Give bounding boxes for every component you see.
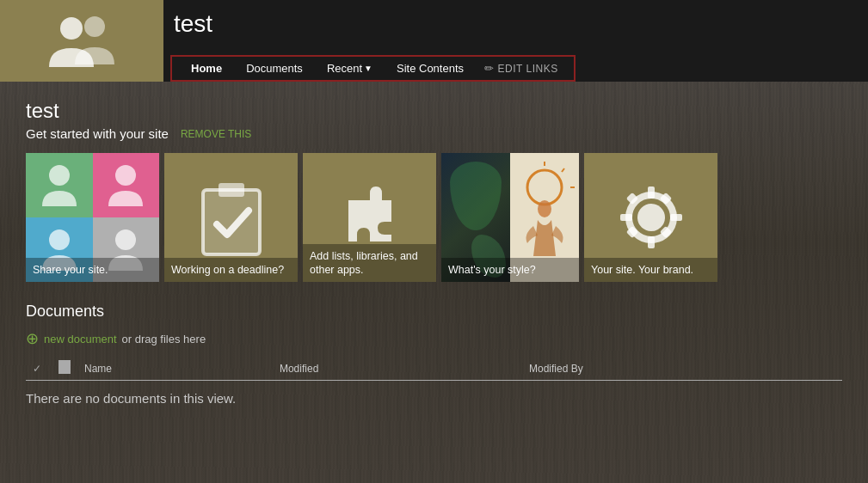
documents-section-title: Documents	[26, 303, 842, 321]
file-icon	[58, 360, 71, 374]
nav-documents[interactable]: Documents	[234, 60, 315, 76]
tiles-row: Share your site. Working on a deadline?	[26, 153, 842, 282]
content-wrapper: test Get started with your site REMOVE T…	[26, 99, 842, 406]
svg-rect-15	[648, 186, 655, 199]
person-tile-1	[26, 153, 93, 217]
svg-point-4	[49, 229, 70, 250]
svg-point-12	[538, 200, 551, 217]
tile-deadline-label: Working on a deadline?	[164, 258, 298, 282]
th-icon	[52, 357, 77, 381]
svg-rect-7	[219, 183, 244, 197]
tile-brand[interactable]: Your site. Your brand.	[584, 153, 717, 282]
new-document-link[interactable]: new document	[44, 333, 117, 345]
th-modified-by[interactable]: Modified By	[522, 357, 842, 381]
svg-point-8	[527, 170, 562, 205]
tile-brand-label: Your site. Your brand.	[584, 258, 717, 282]
tile-style[interactable]: What's your style?	[441, 153, 579, 282]
svg-line-10	[562, 168, 564, 172]
nav-site-contents[interactable]: Site Contents	[385, 60, 476, 76]
th-name[interactable]: Name	[77, 357, 273, 381]
tile-deadline[interactable]: Working on a deadline?	[164, 153, 298, 282]
nav-recent[interactable]: Recent ▼	[315, 60, 385, 76]
th-modified[interactable]: Modified	[273, 357, 522, 381]
table-header-row: ✓ Name Modified Modified By	[26, 357, 842, 381]
tile-share[interactable]: Share your site.	[26, 153, 159, 282]
header-checkmark[interactable]: ✓	[33, 363, 41, 375]
svg-point-2	[49, 165, 70, 186]
checklist-icon	[193, 174, 270, 260]
pencil-icon: ✏	[484, 62, 495, 75]
tile-style-label: What's your style?	[441, 258, 579, 282]
svg-rect-17	[620, 214, 632, 221]
add-icon[interactable]: ⊕	[26, 329, 39, 348]
svg-point-5	[115, 229, 136, 250]
get-started-row: Get started with your site REMOVE THIS	[26, 126, 842, 141]
drag-text: or drag files here	[122, 333, 206, 345]
main-content: test Get started with your site REMOVE T…	[0, 82, 868, 483]
person-tile-2	[93, 153, 160, 217]
remove-this-button[interactable]: REMOVE THIS	[181, 128, 251, 140]
tile-apps-label: Add lists, libraries, and other apps.	[303, 244, 436, 283]
svg-rect-6	[203, 190, 260, 254]
no-documents-message: There are no documents in this view.	[26, 381, 842, 406]
gear-icon	[608, 174, 694, 260]
svg-rect-18	[670, 214, 682, 221]
nav-home[interactable]: Home	[179, 60, 234, 76]
get-started-label: Get started with your site	[26, 126, 169, 141]
table-empty-row: There are no documents in this view.	[26, 381, 842, 407]
svg-point-1	[60, 17, 83, 40]
svg-point-0	[84, 16, 105, 37]
svg-point-13	[637, 204, 665, 231]
site-title: test	[170, 10, 868, 38]
site-logo	[0, 0, 163, 82]
tile-share-label: Share your site.	[26, 258, 159, 282]
new-document-row: ⊕ new document or drag files here	[26, 329, 842, 348]
documents-table: ✓ Name Modified Modified By There are no…	[26, 357, 842, 406]
tile-apps[interactable]: Add lists, libraries, and other apps.	[303, 153, 436, 282]
navigation-bar: Home Documents Recent ▼ Site Contents ✏ …	[170, 55, 576, 82]
svg-rect-16	[648, 236, 655, 248]
page-title: test	[26, 99, 842, 123]
edit-links-button[interactable]: ✏ EDIT LINKS	[476, 60, 567, 76]
dropdown-arrow: ▼	[364, 64, 372, 73]
header-right: test Home Documents Recent ▼ Site Conten…	[163, 0, 868, 82]
svg-point-3	[115, 165, 136, 186]
th-checkbox: ✓	[26, 357, 52, 381]
logo-icon	[47, 11, 116, 71]
header: test Home Documents Recent ▼ Site Conten…	[0, 0, 868, 82]
